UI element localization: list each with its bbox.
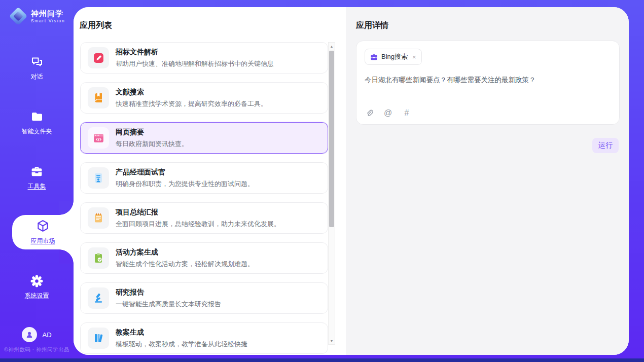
app-name: 项目总结汇报 [116,208,280,217]
tool-tag-bing-search[interactable]: Bing搜索 × [365,49,422,65]
close-icon[interactable]: × [412,54,416,60]
bottom-strip [0,358,644,362]
sidebar-item-label: 智能文件夹 [22,127,52,136]
sidebar-item-label: 系统设置 [25,292,49,300]
cube-icon [36,220,50,233]
sidebar-item-label: 应用市场 [31,237,55,245]
app-name: 教案生成 [116,328,247,337]
sidebar-item-folders[interactable]: 智能文件夹 [0,105,74,140]
brand-name: 神州问学 [31,9,65,18]
toolbox-icon [30,165,44,178]
clipboard-check-icon [88,247,109,269]
app-card-event-plan[interactable]: 活动方案生成智能生成个性化活动方案，轻松解决规划难题。 [80,242,328,274]
app-detail-panel: 应用详情 Bing搜索 × 今日湖北有哪些新闻要点？有哪些需要关注的最新政策？ … [346,7,629,355]
books-icon [88,328,109,349]
edit-pen-icon [88,47,109,68]
interview-doc-icon [88,167,109,189]
app-name: 网页摘要 [116,128,188,137]
prompt-card: Bing搜索 × 今日湖北有哪些新闻要点？有哪些需要关注的最新政策？ @# [356,41,620,125]
paperclip-icon[interactable] [365,108,374,118]
app-list-panel: 应用列表 招标文件解析帮助用户快速、准确地理解和解析招标书中的关键信息文献搜索快… [74,7,346,355]
scrollbar-down-icon[interactable]: ▼ [329,337,335,344]
attachment-toolbar: @# [365,108,411,118]
briefcase-icon [370,53,378,61]
chat-icon [30,55,44,69]
sidebar-item-settings[interactable]: 系统设置 [0,270,74,304]
scrollbar-thumb[interactable] [329,51,334,227]
app-name: 研究报告 [116,288,221,297]
app-card-research-report[interactable]: 研究报告一键智能生成高质量长文本研究报告 [80,282,328,314]
book-icon [88,87,109,108]
app-description: 一键智能生成高质量长文本研究报告 [116,300,221,309]
app-card-lesson-plan[interactable]: 教案生成模板驱动，教案秒成，教学准备从此轻松快捷 [80,322,328,354]
microscope-icon [88,287,109,309]
sidebar-item-label: 工具集 [28,182,46,191]
app-card-web-summary[interactable]: 网页摘要每日政府新闻资讯快查。 [80,122,328,154]
scrollbar-up-icon[interactable]: ▲ [329,43,335,50]
sidebar-footer: ©神州数码 · 神州问学出品 [0,346,74,353]
app-name: 活动方案生成 [116,248,254,257]
notepad-icon [88,207,109,229]
app-name: 文献搜索 [116,88,267,97]
app-detail-title: 应用详情 [356,20,388,31]
sidebar-nav: 对话智能文件夹工具集应用市场系统设置 [0,51,74,304]
content-card: 应用列表 招标文件解析帮助用户快速、准确地理解和解析招标书中的关键信息文献搜索快… [74,7,629,355]
prompt-input[interactable]: 今日湖北有哪些新闻要点？有哪些需要关注的最新政策？ [365,75,611,95]
browser-icon [88,127,109,149]
folder-icon [30,110,44,124]
app-list: 招标文件解析帮助用户快速、准确地理解和解析招标书中的关键信息文献搜索快速精准查找… [80,42,328,355]
app-description: 全面回顾项目进展，总结经验教训，助力未来优化发展。 [116,220,280,229]
app-description: 智能生成个性化活动方案，轻松解决规划难题。 [116,260,254,269]
app-card-project-summary[interactable]: 项目总结汇报全面回顾项目进展，总结经验教训，助力未来优化发展。 [80,202,328,234]
tool-tag-label: Bing搜索 [381,52,408,61]
app-description: 模板驱动，教案秒成，教学准备从此轻松快捷 [116,340,247,349]
scrollbar[interactable]: ▲ ▼ [328,42,335,345]
sidebar-item-market[interactable]: 应用市场 [12,215,74,249]
app-list-title: 应用列表 [80,20,112,31]
gear-icon [30,274,44,288]
sidebar: 神州问学 Smart Vision 对话智能文件夹工具集应用市场系统设置 AD … [0,0,74,358]
sidebar-item-chat[interactable]: 对话 [0,51,74,85]
app-card-pm-interviewer[interactable]: 产品经理面试官明确身份和职责，为您提供专业性的面试问题。 [80,162,328,194]
at-icon[interactable]: @ [383,108,392,118]
diamond-logo-icon [10,8,26,24]
sidebar-item-tools[interactable]: 工具集 [0,160,74,195]
user-name: AD [42,331,51,339]
app-name: 产品经理面试官 [116,168,254,177]
brand-subtitle: Smart Vision [31,18,65,23]
app-description: 每日政府新闻资讯快查。 [116,139,188,149]
app-description: 帮助用户快速、准确地理解和解析招标书中的关键信息 [116,59,274,68]
app-name: 招标文件解析 [116,48,274,57]
app-description: 明确身份和职责，为您提供专业性的面试问题。 [116,179,254,189]
brand: 神州问学 Smart Vision [0,0,74,24]
app-card-literature-search[interactable]: 文献搜索快速精准查找学术资源，提高研究效率的必备工具。 [80,82,328,114]
hash-icon[interactable]: # [402,108,411,118]
app-card-bid-parse[interactable]: 招标文件解析帮助用户快速、准确地理解和解析招标书中的关键信息 [80,42,328,74]
user-avatar-icon [22,327,37,342]
run-button[interactable]: 运行 [592,138,619,153]
app-description: 快速精准查找学术资源，提高研究效率的必备工具。 [116,99,267,108]
sidebar-item-label: 对话 [31,73,43,81]
user-chip[interactable]: AD [0,327,74,342]
